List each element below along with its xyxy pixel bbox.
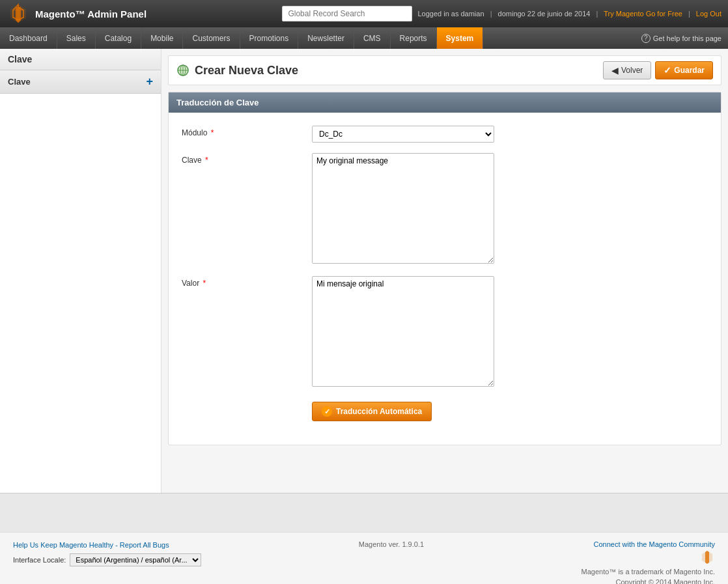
nav-item-dashboard[interactable]: Dashboard bbox=[0, 27, 57, 49]
add-icon[interactable]: + bbox=[146, 75, 153, 89]
modulo-select[interactable]: Dc_Dc bbox=[312, 126, 494, 143]
try-magento-link[interactable]: Try Magento Go for Free bbox=[604, 10, 682, 18]
valor-textarea[interactable] bbox=[312, 276, 494, 387]
form-panel-header: Traducción de Clave bbox=[169, 92, 721, 113]
modulo-field: Dc_Dc bbox=[312, 126, 708, 143]
report-bugs-link[interactable]: Help Us Keep Magento Healthy - Report Al… bbox=[13, 541, 169, 549]
save-button-label: Guardar bbox=[674, 66, 705, 75]
locale-label: Interface Locale: bbox=[13, 556, 66, 564]
nav-item-reports[interactable]: Reports bbox=[391, 27, 437, 49]
clave-row: Clave * bbox=[182, 153, 708, 266]
globe-icon bbox=[176, 64, 189, 77]
help-link[interactable]: ? Get help for this page bbox=[641, 34, 721, 43]
sidebar-item-clave[interactable]: Clave + bbox=[0, 70, 161, 94]
magento-logo-icon bbox=[7, 2, 30, 25]
back-arrow-icon: ◀ bbox=[611, 65, 619, 76]
modulo-required: * bbox=[211, 128, 214, 137]
valor-field bbox=[312, 276, 708, 389]
auto-translate-row: ✓ Traducción Automática bbox=[182, 399, 708, 421]
nav-bar: Dashboard Sales Catalog Mobile Customers… bbox=[0, 27, 728, 49]
auto-translate-label: Traducción Automática bbox=[336, 407, 422, 416]
footer-left: Help Us Keep Magento Healthy - Report Al… bbox=[13, 540, 201, 566]
valor-label: Valor * bbox=[182, 276, 312, 288]
valor-required: * bbox=[203, 279, 206, 288]
nav-right: ? Get help for this page bbox=[641, 27, 728, 49]
footer-center: Magento ver. 1.9.0.1 bbox=[359, 540, 424, 548]
separator2: | bbox=[596, 10, 598, 18]
form-body: Módulo * Dc_Dc Clave * bbox=[169, 113, 721, 445]
logo-area: Magento™ Admin Panel bbox=[7, 2, 147, 25]
logo-text: Magento™ Admin Panel bbox=[35, 8, 147, 20]
header-info: Logged in as damian | domingo 22 de juni… bbox=[417, 10, 721, 18]
help-text: Get help for this page bbox=[653, 35, 721, 42]
footer-logo-area bbox=[581, 549, 715, 565]
footer-bar bbox=[0, 493, 728, 532]
locale-select[interactable]: Español (Argentina) / español (Ar... bbox=[70, 553, 201, 566]
footer-locale: Interface Locale: Español (Argentina) / … bbox=[13, 553, 201, 566]
page-title-area: Crear Nueva Clave bbox=[176, 64, 298, 77]
auto-translate-button[interactable]: ✓ Traducción Automática bbox=[312, 402, 432, 421]
date-text: domingo 22 de junio de 2014 bbox=[498, 10, 591, 18]
separator1: | bbox=[490, 10, 492, 18]
save-button[interactable]: ✓ Guardar bbox=[655, 61, 713, 79]
sidebar-item-label: Clave bbox=[8, 77, 31, 87]
nav-item-cms[interactable]: CMS bbox=[354, 27, 391, 49]
copyright-text: Copyright © 2014 Magento Inc. bbox=[581, 578, 715, 584]
separator3: | bbox=[688, 10, 690, 18]
main-layout: Clave Clave + Crear Nueva Clave bbox=[0, 49, 728, 493]
clave-label: Clave * bbox=[182, 153, 312, 165]
header: Magento™ Admin Panel Logged in as damian… bbox=[0, 0, 728, 27]
nav-item-system[interactable]: System bbox=[437, 27, 484, 49]
search-input[interactable] bbox=[282, 6, 412, 21]
content-area: Crear Nueva Clave ◀ Volver ✓ Guardar Tra… bbox=[161, 49, 728, 493]
nav-item-newsletter[interactable]: Newsletter bbox=[298, 27, 354, 49]
community-link[interactable]: Connect with the Magento Community bbox=[581, 540, 715, 548]
valor-row: Valor * bbox=[182, 276, 708, 389]
back-button[interactable]: ◀ Volver bbox=[603, 61, 651, 79]
trademark-text: Magento™ is a trademark of Magento Inc. bbox=[581, 568, 715, 576]
magento-footer-logo-icon bbox=[699, 549, 715, 565]
logout-link[interactable]: Log Out bbox=[696, 10, 721, 18]
sidebar-title: Clave bbox=[0, 49, 161, 70]
footer: Help Us Keep Magento Healthy - Report Al… bbox=[0, 532, 728, 584]
nav-item-mobile[interactable]: Mobile bbox=[141, 27, 183, 49]
nav-item-customers[interactable]: Customers bbox=[183, 27, 240, 49]
nav-item-sales[interactable]: Sales bbox=[57, 27, 96, 49]
header-right: Logged in as damian | domingo 22 de juni… bbox=[282, 6, 721, 21]
page-header: Crear Nueva Clave ◀ Volver ✓ Guardar bbox=[168, 55, 721, 85]
version-text: Magento ver. 1.9.0.1 bbox=[359, 540, 424, 548]
footer-right: Connect with the Magento Community Magen… bbox=[581, 540, 715, 584]
save-check-icon: ✓ bbox=[664, 65, 671, 76]
form-panel: Traducción de Clave Módulo * Dc_Dc bbox=[168, 92, 721, 445]
nav-item-catalog[interactable]: Catalog bbox=[96, 27, 141, 49]
clave-field bbox=[312, 153, 708, 266]
sidebar: Clave Clave + bbox=[0, 49, 161, 493]
nav-item-promotions[interactable]: Promotions bbox=[240, 27, 299, 49]
logged-in-text: Logged in as damian bbox=[417, 10, 484, 18]
clave-textarea[interactable] bbox=[312, 153, 494, 264]
help-circle-icon: ? bbox=[641, 34, 651, 43]
back-button-label: Volver bbox=[621, 66, 643, 75]
clave-required: * bbox=[205, 156, 208, 165]
modulo-label: Módulo * bbox=[182, 126, 312, 137]
modulo-row: Módulo * Dc_Dc bbox=[182, 126, 708, 143]
svg-point-5 bbox=[178, 65, 188, 76]
header-buttons: ◀ Volver ✓ Guardar bbox=[603, 61, 713, 79]
page-title: Crear Nueva Clave bbox=[195, 64, 298, 77]
translate-check-icon: ✓ bbox=[322, 406, 332, 417]
